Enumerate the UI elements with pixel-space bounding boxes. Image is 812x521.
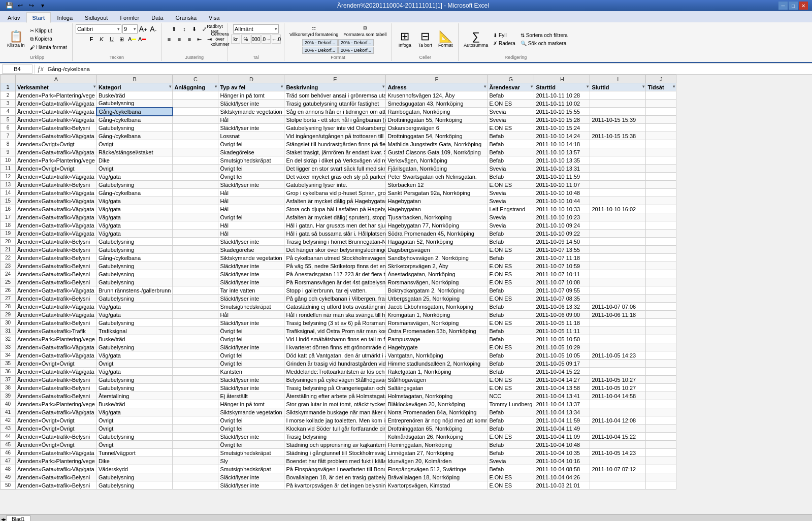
cell-f14[interactable]: Sankt Persgatan 92a, Norrköping xyxy=(386,189,488,197)
row-header-49[interactable]: 49 xyxy=(1,473,16,481)
cell-e44[interactable]: Trasig belysning xyxy=(284,433,386,441)
cell-f33[interactable]: Hagebygate xyxy=(386,343,488,351)
conditional-formatting-button[interactable]: ⚏ Villkorsstyrd formatering xyxy=(287,24,340,38)
cell-b38[interactable]: Gatubelysning xyxy=(96,384,172,392)
cell-g6[interactable]: E.ON ES xyxy=(488,124,534,132)
cell-g25[interactable]: E.ON ES xyxy=(488,278,534,286)
cell-h6[interactable]: 2011-10-10 15:24 xyxy=(534,124,590,132)
paste-button[interactable]: 📋 Klistra in xyxy=(5,29,27,49)
number-format-dropdown[interactable]: ▾ xyxy=(233,24,279,34)
cell-b50[interactable]: Gatubelysning xyxy=(96,481,172,490)
cell-b5[interactable]: Gång-/cykelbana xyxy=(96,116,172,124)
cell-g48[interactable]: Befab xyxy=(488,465,534,473)
row-header-16[interactable]: 16 xyxy=(1,205,16,213)
cell-e16[interactable]: Stora och djupa hål i asfalten på Hageby… xyxy=(284,205,386,213)
cell-g21[interactable]: E.ON ES xyxy=(488,246,534,254)
cell-e45[interactable]: Städning och upprensning av kajkanterna … xyxy=(284,441,386,449)
row-header-34[interactable]: 34 xyxy=(1,351,16,360)
cell-h45[interactable]: 2011-10-04 10:48 xyxy=(534,441,590,449)
cell-g38[interactable]: E.ON ES xyxy=(488,384,534,392)
cell-c40[interactable] xyxy=(173,400,218,408)
cell-e48[interactable]: På Finspångsvägen i nearfarten till Bonu… xyxy=(284,465,386,473)
cell-a42[interactable]: Ärenden»Övrigt»Övrigt xyxy=(16,416,97,425)
row-header-15[interactable]: 15 xyxy=(1,197,16,205)
cell-f16[interactable]: Hagebygatan xyxy=(386,205,488,213)
redo-qa-button[interactable]: ↪ xyxy=(26,1,37,10)
decrease-font-button[interactable]: A- xyxy=(149,24,158,34)
cell-j36[interactable] xyxy=(646,368,676,376)
cell-h25[interactable]: 2011-10-07 10:08 xyxy=(534,278,590,286)
currency-button[interactable]: kr xyxy=(231,35,240,44)
italic-button[interactable]: K xyxy=(97,35,106,44)
cell-j22[interactable] xyxy=(646,254,676,262)
row-header-2[interactable]: 2 xyxy=(1,91,16,100)
cell-c26[interactable] xyxy=(173,286,218,295)
cell-f44[interactable]: Kolmårdsgatan 26, Norrköping xyxy=(386,433,488,441)
cell-a15[interactable]: Ärenden»Gata»trafik»Väg/gata xyxy=(16,197,97,205)
tab-data[interactable]: Data xyxy=(146,12,169,22)
sort-filter-button[interactable]: ⇅ Sortera och filtrera xyxy=(518,31,570,39)
cell-b31[interactable]: Trafiksignal xyxy=(96,327,172,335)
cell-g49[interactable]: E.ON ES xyxy=(488,473,534,481)
cell-b48[interactable]: Väderskydd xyxy=(96,465,172,473)
cell-j28[interactable] xyxy=(646,303,676,311)
cell-i15[interactable] xyxy=(590,197,646,205)
cell-i42[interactable]: 2011-10-04 12:08 xyxy=(590,416,646,425)
cell-c36[interactable] xyxy=(173,368,218,376)
cell-h50[interactable]: 2011-10-03 21:01 xyxy=(534,481,590,490)
cell-f40[interactable]: Blåklockevägen 20, Norrköping xyxy=(386,400,488,408)
cell-h23[interactable]: 2011-10-07 10:59 xyxy=(534,262,590,270)
font-color-button[interactable]: A xyxy=(138,35,147,44)
cell-a19[interactable]: Ärenden»Gata»trafik»Väg/gata xyxy=(16,230,97,238)
tab-sidlayout[interactable]: Sidlayout xyxy=(79,12,113,22)
row-header-19[interactable]: 19 xyxy=(1,230,16,238)
cell-h43[interactable]: 2011-10-04 11:49 xyxy=(534,425,590,433)
cell-i1[interactable]: Sluttid▾ xyxy=(590,83,646,91)
cell-g13[interactable]: E.ON ES xyxy=(488,181,534,189)
cell-i49[interactable] xyxy=(590,473,646,481)
cell-f30[interactable]: Rorsmansvägen, Norrköping xyxy=(386,319,488,327)
cell-d10[interactable]: Smutsigt/nedskräpat xyxy=(218,156,284,165)
cell-b40[interactable]: Buske/träd xyxy=(96,400,172,408)
cell-h7[interactable]: 2011-10-10 14:24 xyxy=(534,132,590,140)
cell-i28[interactable]: 2011-10-07 07:06 xyxy=(590,303,646,311)
cell-f24[interactable]: Änestadsgatan, Norrköping xyxy=(386,270,488,278)
cell-c14[interactable] xyxy=(173,189,218,197)
cell-j48[interactable] xyxy=(646,465,676,473)
cell-j31[interactable] xyxy=(646,327,676,335)
cell-i10[interactable] xyxy=(590,156,646,165)
cell-c34[interactable] xyxy=(173,351,218,360)
row-header-4[interactable]: 4 xyxy=(1,108,16,116)
cell-a38[interactable]: Ärenden»Gata»trafik»Belysni xyxy=(16,384,97,392)
cell-j16[interactable] xyxy=(646,205,676,213)
cell-a18[interactable]: Ärenden»Gata»trafik»Väg/gata xyxy=(16,221,97,230)
cell-j4[interactable] xyxy=(646,108,676,116)
cell-j30[interactable] xyxy=(646,319,676,327)
increase-decimal-button[interactable]: .0→ xyxy=(262,35,271,44)
cell-a6[interactable]: Ärenden»Gata»trafik»Belysni xyxy=(16,124,97,132)
cell-c31[interactable] xyxy=(173,327,218,335)
cell-i3[interactable] xyxy=(590,100,646,108)
row-header-26[interactable]: 26 xyxy=(1,286,16,295)
delete-cells-button[interactable]: ⊟ Ta bort xyxy=(415,29,435,49)
cell-e2[interactable]: Träd som behöver ansai i grönremsa utanf… xyxy=(284,91,386,100)
cell-c2[interactable] xyxy=(173,91,218,100)
cell-h21[interactable]: 2011-10-07 13:55 xyxy=(534,246,590,254)
cell-i47[interactable] xyxy=(590,457,646,465)
cell-g28[interactable]: Befab xyxy=(488,303,534,311)
cell-d46[interactable]: Smutsigt/nedskräpat xyxy=(218,449,284,457)
cell-f18[interactable]: Hagebygatan 77, Norrköping xyxy=(386,221,488,230)
row-header-12[interactable]: 12 xyxy=(1,173,16,181)
insert-cells-button[interactable]: ⊞ Infoga xyxy=(395,29,414,49)
cell-d9[interactable]: Skadegörelse xyxy=(218,148,284,156)
cell-f27[interactable]: Urbergsgatan 25, Norrköping xyxy=(386,295,488,303)
cell-b9[interactable]: Räcke/stängsel/staket xyxy=(96,148,172,156)
cell-c30[interactable] xyxy=(173,319,218,327)
cell-d29[interactable]: Hål xyxy=(218,311,284,319)
cell-a43[interactable]: Ärenden»Övrigt»Övrigt xyxy=(16,425,97,433)
cell-i40[interactable] xyxy=(590,400,646,408)
cell-i16[interactable]: 2011-10-10 16:02 xyxy=(590,205,646,213)
cell-e7[interactable]: Vid ingången/utgången på trottoaren till… xyxy=(284,132,386,140)
cell-f43[interactable]: Drottninggatan 65, Norrköping xyxy=(386,425,488,433)
cell-a5[interactable]: Ärenden»Gata»trafik»Väg/gata xyxy=(16,116,97,124)
